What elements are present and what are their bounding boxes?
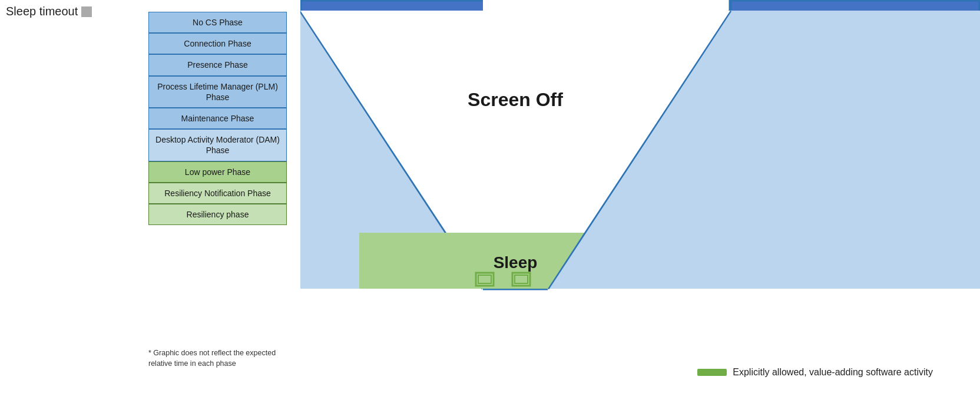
- screen-off-label: Screen Off: [468, 89, 563, 110]
- svg-rect-0: [300, 0, 483, 11]
- phase-list: No CS PhaseConnection PhasePresence Phas…: [148, 12, 287, 225]
- sleep-icon: [81, 6, 92, 17]
- phase-item-resiliency-notification: Resiliency Notification Phase: [148, 183, 287, 204]
- phase-item-dam: Desktop Activity Moderator (DAM) Phase: [148, 129, 287, 161]
- main-diagram: Screen Off Sleep: [300, 0, 980, 413]
- phase-item-connection: Connection Phase: [148, 33, 287, 54]
- phase-item-low-power: Low power Phase: [148, 161, 287, 183]
- phase-item-resiliency: Resiliency phase: [148, 204, 287, 225]
- footnote: * Graphic does not reflect the expected …: [148, 348, 284, 369]
- phase-item-no-cs: No CS Phase: [148, 12, 287, 33]
- phase-item-plm: Process Lifetime Manager (PLM) Phase: [148, 76, 287, 108]
- sleep-timeout-label: Sleep timeout: [6, 5, 92, 18]
- phase-item-maintenance: Maintenance Phase: [148, 108, 287, 129]
- legend: Explicitly allowed, value-adding softwar…: [697, 367, 933, 378]
- phase-item-presence: Presence Phase: [148, 54, 287, 75]
- svg-rect-1: [730, 0, 980, 11]
- sleep-label: Sleep: [494, 253, 538, 272]
- legend-color-bar: [697, 369, 727, 376]
- legend-label: Explicitly allowed, value-adding softwar…: [733, 367, 933, 378]
- sleep-timeout-text: Sleep timeout: [6, 5, 78, 18]
